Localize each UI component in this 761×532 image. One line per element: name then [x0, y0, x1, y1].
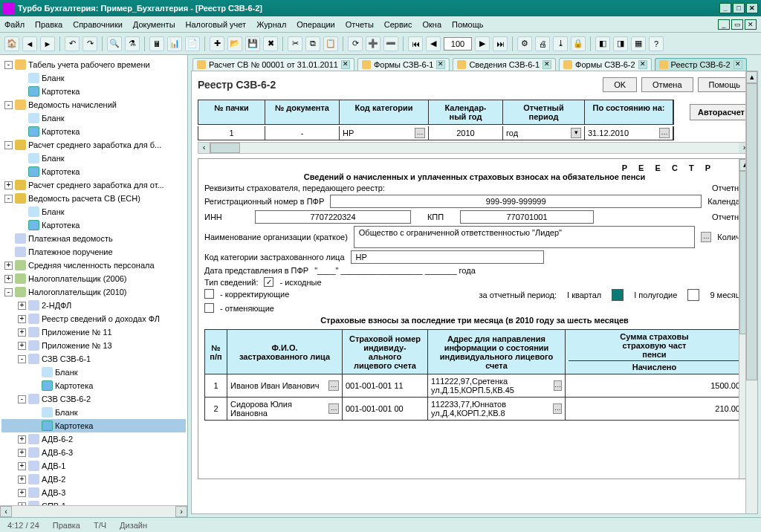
menu-документы[interactable]: Документы: [133, 20, 175, 29]
lock-icon[interactable]: 🔒: [571, 36, 586, 51]
tree-item[interactable]: +Налогоплательщик (2006): [1, 272, 186, 285]
status-item[interactable]: Правка: [53, 521, 80, 530]
expand-icon[interactable]: +: [18, 342, 26, 350]
tree-item[interactable]: -Ведомость расчета СВ (ЕСН): [1, 192, 186, 205]
misc2-icon[interactable]: ◨: [613, 36, 628, 51]
tab[interactable]: Формы СЗВ-6-2✕: [559, 58, 652, 71]
tree-item[interactable]: Картотека: [1, 165, 186, 178]
tab-close-icon[interactable]: ✕: [436, 60, 445, 69]
filter-icon[interactable]: ⚗: [125, 36, 140, 51]
save-icon[interactable]: 💾: [245, 36, 260, 51]
hval[interactable]: -: [265, 126, 340, 140]
tree-item[interactable]: Картотека: [1, 379, 186, 392]
tree-item[interactable]: Бланк: [1, 205, 186, 218]
tree-item[interactable]: Бланк: [1, 406, 186, 419]
paste-icon[interactable]: 📋: [323, 36, 338, 51]
scroll-left-icon[interactable]: ‹: [198, 143, 210, 153]
checkbox-kor[interactable]: [204, 289, 214, 299]
mdi-minimize-button[interactable]: _: [718, 19, 730, 30]
expand-icon[interactable]: -: [18, 355, 26, 363]
tree-item[interactable]: Бланк: [1, 111, 186, 125]
cut-icon[interactable]: ✂: [288, 36, 302, 51]
expand-icon[interactable]: -: [4, 61, 13, 69]
new-icon[interactable]: ✚: [210, 36, 224, 51]
tab[interactable]: Сведения СЗВ-6-1✕: [453, 58, 556, 71]
menu-сервис[interactable]: Сервис: [384, 20, 412, 29]
expand-icon[interactable]: -: [4, 195, 13, 203]
inn-field[interactable]: 7707220324: [255, 210, 411, 224]
calc-icon[interactable]: 🖩: [149, 36, 164, 51]
close-button[interactable]: ✕: [746, 3, 758, 13]
prev-icon[interactable]: ◀: [426, 36, 441, 51]
checkbox-otm[interactable]: [204, 303, 214, 313]
header-hscroll[interactable]: ‹ ›: [198, 142, 751, 154]
scroll-left-icon[interactable]: ‹: [0, 506, 12, 517]
expand-icon[interactable]: -: [18, 395, 26, 403]
home-icon[interactable]: 🏠: [4, 36, 19, 51]
tree-item[interactable]: +2-НДФЛ: [1, 299, 186, 312]
minus-icon[interactable]: ➖: [383, 36, 398, 51]
ellipsis-icon[interactable]: …: [553, 403, 562, 414]
tree-item[interactable]: Картотека: [1, 419, 186, 432]
dropdown-icon[interactable]: ▾: [571, 128, 581, 138]
plus-icon[interactable]: ➕: [366, 36, 380, 51]
expand-icon[interactable]: -: [4, 101, 13, 109]
ellipsis-icon[interactable]: …: [554, 380, 562, 391]
misc3-icon[interactable]: ▦: [631, 36, 646, 51]
cancel-button[interactable]: Отмена: [641, 77, 693, 92]
chart-icon[interactable]: 📊: [167, 36, 182, 51]
tree-item[interactable]: +АДВ-2: [1, 473, 186, 486]
next-icon[interactable]: ▶: [475, 36, 490, 51]
tree-item[interactable]: +Расчет среднего заработка для от...: [1, 178, 186, 192]
tree-item[interactable]: +Средняя численность персонала: [1, 259, 186, 272]
hval[interactable]: год▾: [503, 126, 585, 140]
menu-справочники[interactable]: Справочники: [73, 20, 123, 29]
menu-операции[interactable]: Операции: [297, 20, 334, 29]
tree-item[interactable]: +Реестр сведений о доходах ФЛ: [1, 312, 186, 325]
expand-icon[interactable]: +: [18, 435, 26, 444]
tree-item[interactable]: Платежная ведомость: [1, 232, 186, 245]
status-item[interactable]: Т/Ч: [94, 521, 106, 530]
ellipsis-icon[interactable]: …: [659, 128, 670, 138]
tab-close-icon[interactable]: ✕: [341, 60, 350, 69]
tab-close-icon[interactable]: ✕: [638, 60, 647, 69]
expand-icon[interactable]: +: [18, 476, 26, 484]
tree-item[interactable]: +АДВ-3: [1, 486, 186, 499]
table-row[interactable]: 2Сидорова Юлия Ивановна …001-001-001 001…: [205, 397, 744, 420]
tree-item[interactable]: -Расчет среднего заработка для б...: [1, 138, 186, 152]
menu-файл[interactable]: Файл: [4, 20, 25, 29]
autocalc-button[interactable]: Авторасчет: [690, 104, 753, 120]
help-button[interactable]: Помощь: [698, 77, 752, 92]
tree-item[interactable]: Бланк: [1, 366, 186, 379]
tree-item[interactable]: Картотека: [1, 125, 186, 138]
tree-item[interactable]: -Налогоплательщик (2010): [1, 285, 186, 299]
tree-item[interactable]: Картотека: [1, 85, 186, 98]
expand-icon[interactable]: +: [18, 328, 26, 337]
ellipsis-icon[interactable]: …: [328, 380, 339, 391]
expand-icon[interactable]: +: [18, 489, 26, 497]
menu-правка[interactable]: Правка: [35, 20, 62, 29]
tab-close-icon[interactable]: ✕: [734, 60, 742, 69]
tree-item[interactable]: +АДВ-6-2: [1, 432, 186, 446]
ellipsis-icon[interactable]: …: [701, 232, 711, 242]
tab[interactable]: Реестр СЗВ-6-2✕: [655, 58, 747, 71]
form-vscroll[interactable]: ▴: [745, 71, 757, 513]
hval[interactable]: 1: [198, 126, 265, 140]
ellipsis-icon[interactable]: …: [415, 128, 425, 138]
tree-item[interactable]: +Приложение № 13: [1, 339, 186, 352]
expand-icon[interactable]: +: [18, 315, 26, 323]
fwd-icon[interactable]: ►: [40, 36, 55, 51]
back-icon[interactable]: ◄: [22, 36, 37, 51]
hval[interactable]: 2010: [429, 126, 503, 140]
refresh-icon[interactable]: ⟳: [348, 36, 363, 51]
reg-field[interactable]: 999-999-999999: [330, 195, 702, 208]
minimize-button[interactable]: _: [719, 3, 731, 13]
tree-item[interactable]: Платежное поручение: [1, 245, 186, 259]
scroll-up-icon[interactable]: ▴: [746, 71, 757, 83]
expand-icon[interactable]: -: [4, 141, 13, 149]
tree-item[interactable]: Бланк: [1, 152, 186, 165]
menu-окна[interactable]: Окна: [422, 20, 441, 29]
tab[interactable]: Расчет СВ № 00001 от 31.01.2011✕: [192, 58, 354, 71]
expand-icon[interactable]: +: [4, 181, 13, 189]
help-icon[interactable]: ?: [649, 36, 664, 51]
